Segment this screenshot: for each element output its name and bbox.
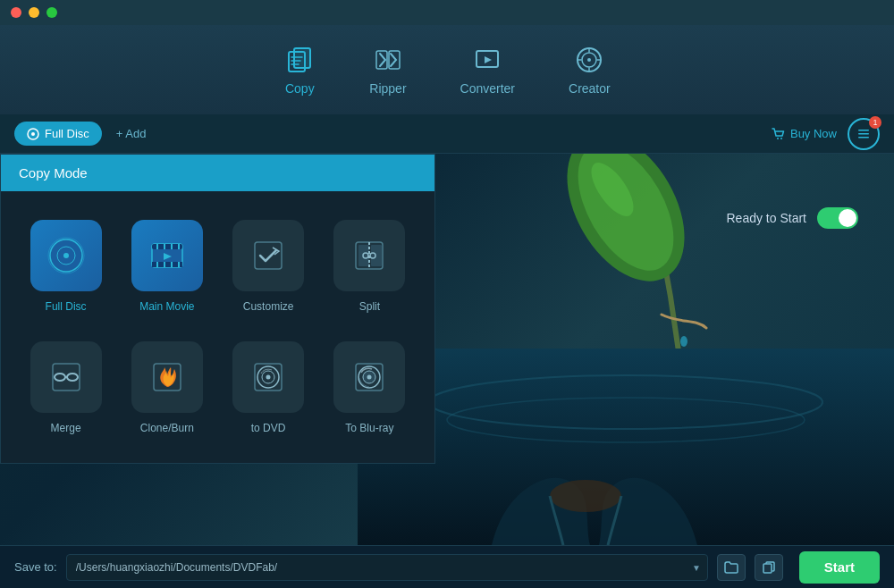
svg-point-51: [70, 375, 75, 379]
buy-now-button[interactable]: Buy Now: [772, 127, 837, 140]
copy-mode-grid: Full Disc: [1, 191, 434, 463]
copy-mode-to-bluray[interactable]: To Blu-ray: [319, 327, 420, 449]
copy-icon: [283, 44, 316, 76]
copy-mode-to-dvd[interactable]: to DVD: [218, 327, 319, 449]
copy-mode-customize[interactable]: Customize: [218, 206, 319, 327]
svg-point-19: [680, 336, 687, 347]
svg-rect-41: [255, 242, 282, 269]
svg-rect-44: [371, 245, 382, 266]
main-movie-mode-icon: [147, 235, 188, 276]
main-movie-icon-wrapper: [131, 220, 203, 291]
svg-marker-5: [485, 56, 492, 63]
merge-mode-icon: [46, 357, 87, 398]
main-movie-mode-label: Main Movie: [139, 300, 194, 313]
nav-copy[interactable]: Copy: [283, 44, 316, 96]
split-mode-label: Split: [359, 300, 380, 313]
add-button[interactable]: + Add: [116, 127, 147, 140]
nav-creator[interactable]: Creator: [569, 44, 611, 96]
full-disc-mode-icon: [46, 235, 87, 276]
customize-mode-label: Customize: [243, 300, 294, 313]
full-disc-button[interactable]: Full Disc: [14, 122, 102, 146]
customize-mode-icon: [248, 235, 289, 276]
ready-status-label: Ready to Start: [727, 211, 807, 225]
svg-point-27: [63, 253, 69, 258]
toolbar: Full Disc + Add Buy Now 1: [0, 114, 894, 154]
svg-point-24: [550, 480, 621, 512]
start-label: Start: [824, 559, 855, 575]
copy-path-button[interactable]: [755, 554, 783, 581]
copy-mode-header: Copy Mode: [1, 155, 434, 191]
ready-toggle[interactable]: [817, 207, 858, 229]
save-to-label: Save to:: [14, 560, 57, 574]
full-disc-icon-wrapper: [30, 220, 102, 291]
svg-rect-13: [858, 130, 869, 131]
nav-creator-label: Creator: [569, 81, 611, 96]
creator-icon: [573, 44, 605, 76]
copy-mode-clone-burn[interactable]: Clone/Burn: [116, 327, 217, 449]
copy-mode-main-movie[interactable]: Main Movie: [116, 206, 217, 327]
svg-point-61: [367, 375, 372, 380]
nav-bar: Copy Ripper Converter: [0, 25, 894, 114]
copy-path-icon: [763, 561, 775, 574]
copy-mode-title: Copy Mode: [19, 165, 88, 181]
nav-copy-label: Copy: [285, 81, 315, 96]
start-button[interactable]: Start: [799, 551, 880, 584]
svg-point-49: [57, 375, 63, 379]
full-disc-label: Full Disc: [45, 127, 89, 140]
to-bluray-icon-wrapper: [333, 341, 405, 413]
maximize-button[interactable]: [46, 7, 57, 18]
clone-burn-icon-wrapper: [131, 341, 203, 413]
copy-mode-panel: Copy Mode Full Disc: [0, 154, 435, 464]
svg-rect-15: [858, 137, 869, 139]
split-mode-icon: [349, 235, 390, 276]
minimize-button[interactable]: [29, 7, 39, 18]
clone-burn-mode-icon: [147, 357, 188, 398]
split-icon-wrapper: [333, 220, 405, 291]
merge-icon-wrapper: [30, 341, 102, 413]
main-area: Ready to Start Copy Mode Full Disc: [0, 154, 894, 545]
ripper-icon: [372, 44, 404, 76]
svg-rect-14: [858, 133, 869, 135]
clone-burn-mode-label: Clone/Burn: [140, 422, 194, 434]
svg-rect-62: [763, 564, 772, 573]
menu-icon: [856, 128, 871, 140]
nav-ripper-label: Ripper: [369, 81, 406, 96]
nav-converter[interactable]: Converter: [460, 44, 515, 96]
bottom-bar: Save to: /Users/huangxiaozhi/Documents/D…: [0, 545, 894, 588]
converter-icon: [471, 44, 503, 76]
open-folder-button[interactable]: [717, 554, 746, 581]
svg-point-57: [266, 375, 271, 380]
nav-converter-label: Converter: [460, 81, 515, 96]
svg-point-8: [587, 58, 591, 62]
menu-button[interactable]: 1: [848, 118, 880, 150]
menu-badge: 1: [869, 116, 881, 129]
to-bluray-mode-icon: [349, 357, 390, 398]
svg-point-12: [780, 138, 782, 139]
disc-icon: [27, 128, 39, 140]
buy-now-label: Buy Now: [790, 127, 837, 140]
merge-mode-label: Merge: [51, 422, 81, 434]
to-dvd-mode-label: to DVD: [251, 422, 286, 434]
close-button[interactable]: [11, 7, 21, 18]
title-bar: [0, 0, 894, 25]
toolbar-right: Buy Now 1: [772, 118, 880, 150]
ready-status: Ready to Start: [727, 207, 859, 229]
water-bg-decoration: [358, 349, 894, 545]
add-label: + Add: [116, 127, 147, 140]
to-dvd-mode-icon: [248, 357, 289, 398]
cart-icon: [772, 128, 786, 140]
folder-icon: [724, 561, 738, 574]
full-disc-mode-label: Full Disc: [46, 300, 87, 313]
customize-icon-wrapper: [232, 220, 304, 291]
svg-point-11: [777, 138, 779, 139]
copy-mode-merge[interactable]: Merge: [15, 327, 116, 449]
svg-rect-43: [358, 245, 369, 266]
copy-mode-split[interactable]: Split: [319, 206, 420, 327]
save-path-select[interactable]: /Users/huangxiaozhi/Documents/DVDFab/: [66, 554, 708, 581]
svg-point-10: [31, 132, 35, 136]
to-bluray-mode-label: To Blu-ray: [345, 422, 393, 434]
path-input-wrapper: /Users/huangxiaozhi/Documents/DVDFab/ ▼: [66, 554, 708, 581]
copy-mode-full-disc[interactable]: Full Disc: [15, 206, 116, 327]
nav-ripper[interactable]: Ripper: [369, 44, 406, 96]
to-dvd-icon-wrapper: [232, 341, 304, 413]
